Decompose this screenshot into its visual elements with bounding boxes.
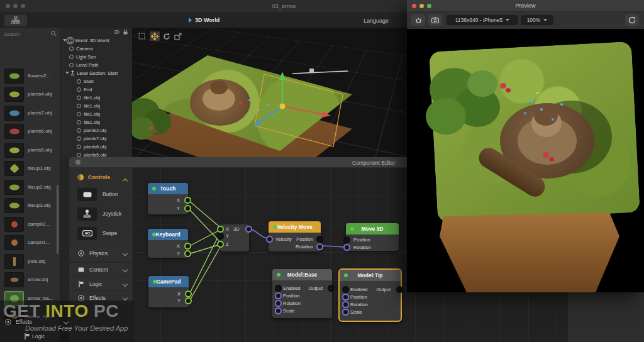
node-vector3[interactable]: X Y Z 3D — [220, 224, 249, 251]
library-item-swipe[interactable]: Swipe — [69, 224, 132, 243]
tree-row[interactable]: Level Path·· — [60, 61, 132, 69]
port-keyboard-x[interactable] — [184, 243, 191, 250]
tree-row[interactable]: Camera·· — [60, 45, 132, 53]
asset-item[interactable]: pole.obj — [0, 252, 60, 270]
select-tool[interactable] — [136, 31, 147, 41]
language-menu[interactable]: Language — [364, 18, 389, 24]
port-position-out[interactable] — [316, 236, 323, 243]
rotate-tool[interactable] — [162, 31, 172, 41]
preview-title: Preview — [407, 3, 644, 9]
port-scale-in[interactable] — [275, 307, 282, 314]
node-header: Keyboard — [148, 229, 188, 240]
library-item-joystick[interactable]: Joystick — [69, 204, 132, 223]
screenshot-button[interactable] — [428, 14, 442, 26]
device-select[interactable]: 1136x640 - iPhone5 — [447, 15, 518, 25]
node-keyboard[interactable]: Keyboard X Y — [148, 229, 188, 258]
zoom-select[interactable]: 100% — [521, 15, 553, 25]
tree-row-world[interactable]: World: 3D World·· — [60, 36, 132, 45]
reload-button[interactable] — [625, 14, 639, 26]
port-gamepad-x[interactable] — [185, 290, 192, 297]
port-velocity-in[interactable] — [266, 236, 273, 243]
port-touch-y[interactable] — [184, 205, 191, 212]
tree-row-section[interactable]: Level Section: Start·· — [60, 69, 132, 77]
logic-icon — [24, 333, 30, 339]
port-keyboard-y[interactable] — [184, 250, 191, 257]
tree-row[interactable]: Start·· — [60, 77, 132, 86]
port-touch-x[interactable] — [184, 197, 191, 204]
asset-item[interactable]: tileup3.obj — [0, 196, 60, 214]
tree-row[interactable]: plants7.obj·· — [60, 135, 132, 143]
port-rotation-in[interactable] — [343, 244, 350, 251]
asset-item[interactable]: plants6.obj — [0, 122, 60, 140]
port-enabled-in[interactable] — [342, 286, 349, 293]
asset-scrollbar[interactable] — [57, 185, 58, 254]
port-position-in[interactable] — [275, 292, 282, 299]
port-rotation-out[interactable] — [316, 243, 323, 250]
caret-icon[interactable] — [65, 72, 69, 74]
node-move3d[interactable]: Move 3D Position Rotation — [346, 223, 399, 251]
gizmo-x-axis[interactable] — [282, 106, 325, 114]
asset-item[interactable]: tileup1.obj — [0, 159, 60, 177]
asset-item[interactable]: tileup2.obj — [0, 178, 60, 196]
preview-viewport[interactable] — [407, 29, 644, 292]
asset-thumbnail — [4, 143, 24, 158]
asset-item[interactable]: arrow.obj — [0, 270, 60, 289]
tree-row[interactable]: plants2.obj·· — [60, 126, 132, 135]
port-output[interactable] — [328, 285, 335, 292]
port-rotation-in[interactable] — [275, 300, 282, 307]
asset-item[interactable]: plants4.obj — [0, 85, 60, 103]
debug-button[interactable] — [411, 14, 425, 26]
section-controls[interactable]: Controls — [69, 171, 132, 184]
scale-tool[interactable] — [173, 31, 183, 41]
asset-item[interactable]: camp01... — [0, 233, 60, 251]
node-model-tip[interactable]: Model:Tip Enabled Position Rotation Scal… — [338, 268, 402, 322]
port-rotation-in[interactable] — [342, 301, 349, 308]
port-vec-3d-out[interactable] — [245, 226, 252, 233]
tree-row[interactable]: tile1.obj·· — [60, 110, 132, 118]
port-position-in[interactable] — [343, 236, 350, 243]
port-enabled-in[interactable] — [275, 285, 282, 292]
effects-icon — [5, 319, 11, 325]
eye-icon[interactable] — [114, 30, 119, 34]
node-gamepad[interactable]: GamePad X Y — [148, 276, 189, 307]
measure-handle[interactable] — [309, 69, 314, 73]
port-vec-x[interactable] — [217, 226, 224, 233]
component-editor-dot[interactable] — [75, 160, 80, 165]
measure-line[interactable] — [292, 71, 348, 74]
move-tool[interactable] — [150, 31, 160, 41]
port-vec-z[interactable] — [217, 241, 224, 248]
lock-icon[interactable] — [123, 30, 128, 35]
asset-item[interactable]: plants7.obj — [0, 104, 60, 122]
mindmap-button[interactable] — [4, 14, 27, 26]
scene-tab[interactable]: 3D World — [189, 17, 219, 23]
preview-titlebar[interactable]: Preview — [407, 0, 644, 12]
caret-icon[interactable] — [63, 39, 67, 41]
node-velocity-move[interactable]: Velocity Move Velocity Position Rotation — [269, 221, 321, 251]
tree-row[interactable]: plants6.obj·· — [60, 143, 132, 151]
port-output[interactable] — [396, 286, 403, 293]
tree-row[interactable]: Light Sun·· — [60, 53, 132, 61]
tree-row[interactable]: tile1.obj·· — [60, 94, 132, 102]
object-icon — [77, 136, 81, 141]
section-content[interactable]: Content — [69, 262, 132, 276]
asset-item[interactable]: camp02... — [0, 215, 60, 233]
node-header: GamePad — [148, 276, 189, 287]
gizmo-center[interactable] — [280, 104, 286, 109]
library-item-button[interactable]: Button — [69, 185, 132, 204]
port-scale-in[interactable] — [342, 309, 349, 316]
tree-row[interactable]: End·· — [60, 86, 132, 94]
port-gamepad-y[interactable] — [185, 297, 192, 304]
logic-icon — [78, 281, 84, 287]
tree-row[interactable]: tile1.obj·· — [60, 118, 132, 126]
gizmo-z-axis[interactable] — [258, 106, 282, 123]
search-input[interactable] — [3, 29, 50, 39]
port-position-in[interactable] — [342, 294, 349, 301]
section-physics[interactable]: Physics — [69, 246, 132, 260]
section-logic[interactable]: Logic — [69, 277, 132, 290]
port-vec-y[interactable] — [217, 233, 224, 240]
tree-row[interactable]: tile1.obj·· — [60, 102, 132, 110]
asset-item[interactable]: plants5.obj — [0, 141, 60, 159]
node-touch[interactable]: Touch X Y — [148, 183, 188, 214]
node-model-base[interactable]: Model:Base Enabled Position Rotation Sca… — [272, 269, 332, 318]
asset-item[interactable]: flowers2... — [0, 67, 60, 85]
